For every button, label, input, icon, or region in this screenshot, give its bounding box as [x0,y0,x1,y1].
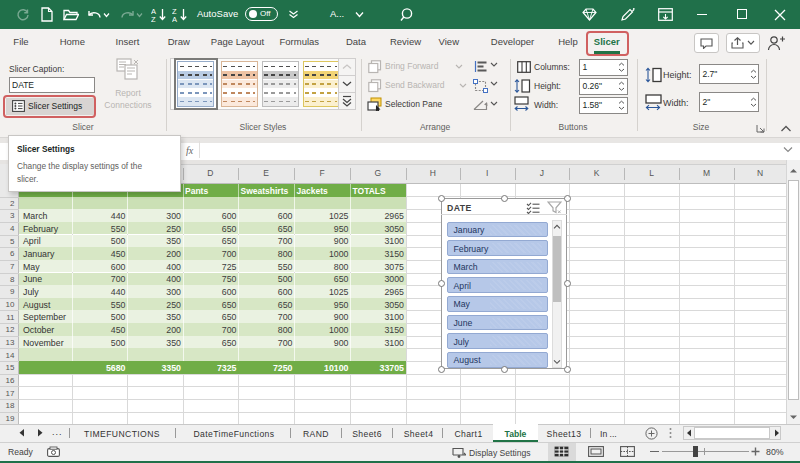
svg-text:A: A [172,15,177,22]
svg-text:Z: Z [151,15,156,22]
